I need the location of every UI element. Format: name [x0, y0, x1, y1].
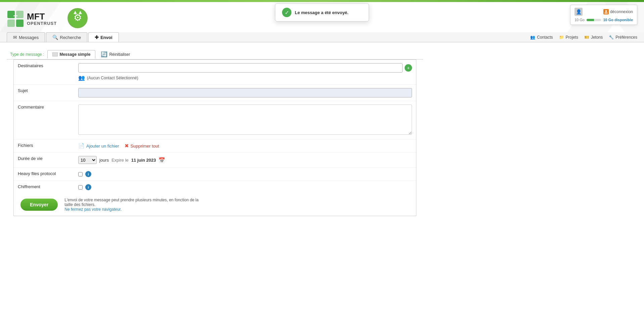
add-file-label: Ajouter un fichier [86, 144, 119, 149]
duree-inputs: 10 7 14 30 jours Expire le 11 juin 2023 … [78, 156, 412, 164]
logo-area: T MFT OPENTRUST [7, 10, 57, 28]
delete-all-label: Supprimer tout [131, 144, 159, 149]
chiffrement-checkbox[interactable] [78, 185, 83, 190]
chiffrement-row: Chiffrement i [14, 181, 416, 194]
logo-opentrust-text: OPENTRUST [27, 21, 57, 26]
contact-group-icon: 👥 [78, 75, 85, 81]
chiffrement-checkbox-row: i [78, 184, 412, 190]
messages-icon: ✉ [13, 35, 17, 40]
deconnexion-label: déconnexion [610, 9, 633, 14]
subtab-simple-label: Message simple [59, 52, 90, 57]
logo-text: MFT OPENTRUST [27, 12, 57, 26]
commentaire-textarea[interactable] [78, 105, 412, 135]
reset-icon: 🔄 [101, 51, 107, 57]
destinataires-input[interactable] [78, 63, 403, 73]
user-popup-top: 👤 déconnexion [574, 8, 633, 16]
logo-icon: T [7, 10, 24, 28]
deconnexion-icon [603, 9, 609, 14]
nav-preferences[interactable]: 🔧 Préférences [609, 35, 637, 40]
sujet-field [74, 85, 416, 101]
tab-envoi[interactable]: ✚ Envoi [88, 32, 119, 42]
commentaire-row: Commentaire [14, 101, 416, 139]
commentaire-label: Commentaire [14, 101, 74, 139]
projets-icon: 📁 [559, 35, 564, 40]
reset-label: Réinitialiser [109, 52, 130, 57]
storage-used: 10 Go [574, 18, 585, 22]
fichiers-actions: 📄 Ajouter un fichier ✖ Supprimer tout [78, 143, 412, 149]
heavy-files-field: i [74, 168, 416, 181]
add-file-icon: 📄 [78, 143, 85, 149]
destinataires-field: + 👥 (Aucun Contact Sélectionné) [74, 60, 416, 85]
sujet-input[interactable] [78, 88, 412, 97]
chiffrement-label: Chiffrement [14, 181, 74, 194]
tab-recherche-label: Recherche [60, 35, 81, 40]
toast-check-icon: ✓ [282, 8, 291, 17]
toast-text: Le message a été envoyé. [295, 10, 349, 15]
svg-text:T: T [13, 14, 17, 22]
subtabs-row: Type de message : Message simple 🔄 Réini… [7, 47, 423, 59]
heavy-files-checkbox-row: i [78, 171, 412, 177]
tab-messages-label: Messages [19, 35, 39, 40]
add-contact-button[interactable]: + [405, 64, 412, 72]
logo-mft-text: MFT [27, 12, 57, 21]
destinataires-row: Destinataires + 👥 (Aucun Contact Sélecti… [14, 60, 416, 85]
preferences-icon: 🔧 [609, 35, 614, 40]
simple-message-icon [52, 52, 58, 56]
duree-select[interactable]: 10 7 14 30 [78, 156, 97, 164]
subtab-simple[interactable]: Message simple [47, 50, 95, 58]
preferences-label: Préférences [615, 35, 637, 40]
nav-projets[interactable]: 📁 Projets [559, 35, 578, 40]
sujet-label: Sujet [14, 85, 74, 101]
jetons-icon: 🎫 [584, 35, 589, 40]
nav-right-items: 👥 Contacts 📁 Projets 🎫 Jetons 🔧 Préféren… [530, 33, 637, 42]
heavy-files-checkbox[interactable] [78, 172, 83, 176]
projets-label: Projets [566, 35, 578, 40]
nav-contacts[interactable]: 👥 Contacts [530, 35, 553, 40]
duree-label: Durée de vie [14, 153, 74, 168]
tab-messages[interactable]: ✉ Messages [7, 32, 45, 42]
form-wrapper: Destinataires + 👥 (Aucun Contact Sélecti… [13, 59, 416, 216]
type-message-label: Type de message : [10, 52, 44, 57]
deconnexion-link[interactable]: déconnexion [603, 9, 633, 14]
expire-label: Expire le [111, 158, 129, 163]
reset-button[interactable]: 🔄 Réinitialiser [97, 49, 134, 59]
envoyer-button[interactable]: Envoyer [20, 199, 58, 211]
fichiers-row: Fichiers 📄 Ajouter un fichier ✖ Supprime… [14, 139, 416, 153]
heavy-files-info-button[interactable]: i [85, 171, 91, 177]
recherche-icon: 🔍 [52, 35, 58, 40]
fichiers-label: Fichiers [14, 139, 74, 153]
form-table: Destinataires + 👥 (Aucun Contact Sélecti… [14, 60, 416, 194]
duree-field: 10 7 14 30 jours Expire le 11 juin 2023 … [74, 153, 416, 168]
send-notice: L'envoi de votre message peut prendre pl… [64, 198, 199, 212]
chiffrement-field: i [74, 181, 416, 194]
send-icon-area: ⚙ [67, 7, 89, 30]
expire-date: 11 juin 2023 [131, 158, 156, 163]
no-contact-text: (Aucun Contact Sélectionné) [87, 76, 138, 80]
contacts-label: Contacts [537, 35, 553, 40]
storage-progress-fill [587, 19, 594, 21]
heavy-files-row: Heavy files protocol i [14, 168, 416, 181]
user-avatar: 👤 [574, 8, 583, 16]
storage-available: 10 Go disponible [603, 18, 633, 22]
tab-recherche[interactable]: 🔍 Recherche [46, 32, 87, 42]
storage-row: 10 Go 10 Go disponible [574, 18, 633, 22]
destinataires-label: Destinataires [14, 60, 74, 85]
add-file-button[interactable]: 📄 Ajouter un fichier [78, 143, 119, 149]
user-popup: 👤 déconnexion 10 Go 10 Go [570, 5, 637, 25]
fichiers-field: 📄 Ajouter un fichier ✖ Supprimer tout [74, 139, 416, 153]
no-contact-row: 👥 (Aucun Contact Sélectionné) [78, 75, 412, 81]
nav-jetons[interactable]: 🎫 Jetons [584, 35, 603, 40]
main-content: Type de message : Message simple 🔄 Réini… [0, 42, 430, 221]
calendar-icon[interactable]: 📅 [158, 157, 165, 163]
chiffrement-info-button[interactable]: i [85, 184, 91, 190]
duree-row: Durée de vie 10 7 14 30 jours Expire le … [14, 153, 416, 168]
envoi-icon: ✚ [95, 35, 99, 40]
send-main-icon: ⚙ [67, 7, 89, 29]
svg-point-15 [605, 10, 607, 12]
sujet-row: Sujet [14, 85, 416, 101]
send-notice-text: L'envoi de votre message peut prendre pl… [64, 198, 198, 207]
nav-row: ✉ Messages 🔍 Recherche ✚ Envoi 👥 Contact… [0, 32, 644, 42]
delete-icon: ✖ [125, 143, 129, 149]
heavy-files-label: Heavy files protocol [14, 168, 74, 181]
delete-all-button[interactable]: ✖ Supprimer tout [125, 143, 159, 149]
